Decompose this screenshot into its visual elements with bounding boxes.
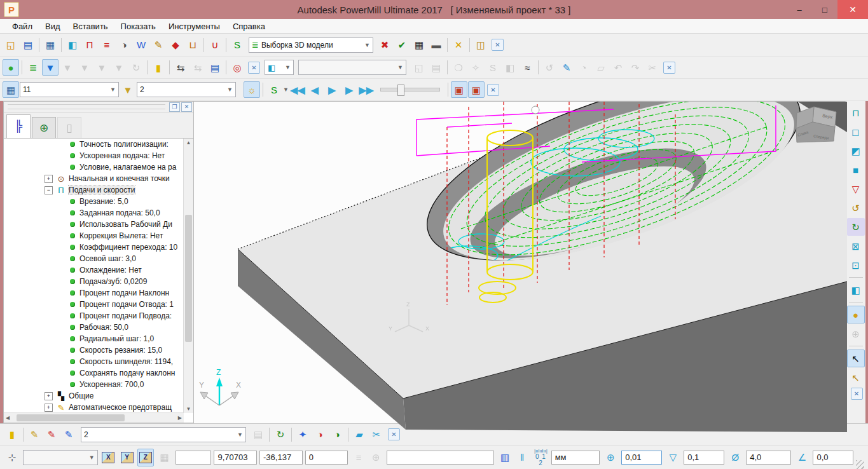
tree-item[interactable]: Ускоренная подача: Нет bbox=[4, 150, 184, 161]
scroll-down-arrow[interactable]: ▼ bbox=[184, 405, 193, 413]
curtain-button[interactable]: ▮ bbox=[150, 59, 167, 76]
fit-to-view-button[interactable]: ✕ bbox=[450, 37, 467, 53]
collision-check-button[interactable]: ∪ bbox=[207, 37, 223, 53]
zoom-window-button[interactable]: ⊡ bbox=[847, 256, 865, 274]
active-toolpath-button[interactable]: ▼ bbox=[42, 59, 59, 76]
sim-speed-slider[interactable] bbox=[380, 88, 440, 92]
measure-button[interactable]: ▬ bbox=[428, 37, 444, 53]
calculator-button[interactable]: ▦ bbox=[411, 37, 427, 53]
wireframe-view-button[interactable]: ◻ bbox=[847, 123, 865, 140]
lightbulb-button[interactable]: ☼ bbox=[244, 81, 260, 98]
model-selection-combo[interactable]: ≣ Выборка 3D модели ▼ bbox=[249, 37, 373, 53]
leads-and-links-button[interactable]: ✎ bbox=[26, 426, 43, 443]
save-view-button[interactable]: ▤ bbox=[207, 59, 223, 76]
tree-item[interactable]: Коэффициент перехода: 10 bbox=[4, 241, 184, 253]
scroll-right-arrow[interactable]: ▶ bbox=[176, 414, 184, 422]
expand-toggle[interactable]: − bbox=[45, 186, 53, 194]
tree-item[interactable]: Радиальный шаг: 1,0 bbox=[4, 333, 184, 344]
menu-файл[interactable]: Файл bbox=[6, 20, 38, 32]
tree-item[interactable]: Скорость шпинделя: 1194, bbox=[4, 356, 184, 367]
main-toolbar-close-button[interactable]: ✕ bbox=[492, 39, 504, 51]
tree-item[interactable]: Использовать Рабочий Ди bbox=[4, 219, 184, 230]
view-along-x-button[interactable]: X bbox=[100, 449, 116, 466]
nc-program-button[interactable]: S bbox=[229, 37, 245, 53]
shaded-ball-view-button[interactable]: ● bbox=[847, 306, 865, 323]
menu-вид[interactable]: Вид bbox=[39, 20, 66, 32]
toolpath-verify-button[interactable]: ✔ bbox=[394, 37, 410, 53]
toolpath-sim-button[interactable]: S bbox=[266, 81, 282, 98]
scroll-up-arrow[interactable]: ▲ bbox=[184, 139, 193, 147]
tree-item[interactable]: Осевой шаг: 3,0 bbox=[4, 253, 184, 264]
save-project-button[interactable]: ▤ bbox=[20, 37, 36, 53]
float-panel-button[interactable]: ❐ bbox=[169, 102, 180, 112]
sim-step-fwd-button[interactable]: ▶ bbox=[341, 81, 357, 98]
simulate-entity-button[interactable]: ▣ bbox=[451, 81, 467, 98]
draw-pen-button[interactable]: ✎ bbox=[558, 59, 575, 76]
tree-item[interactable]: Охлаждение: Нет bbox=[4, 264, 184, 276]
expand-toggle[interactable]: + bbox=[45, 175, 53, 183]
tree-item[interactable]: +▚Общие bbox=[4, 390, 184, 402]
workplane-combo[interactable]: ▼ bbox=[23, 450, 98, 465]
tree-item[interactable]: Процент подачи Отвода: 1 bbox=[4, 299, 184, 310]
thickness-field[interactable]: 0,1 bbox=[684, 451, 724, 465]
tree-vscroll-thumb[interactable] bbox=[185, 215, 192, 342]
zoom-previous-button[interactable]: ↺ bbox=[847, 199, 865, 217]
select-box-button[interactable]: ↖ bbox=[847, 350, 865, 367]
diameter-field[interactable]: 4,0 bbox=[746, 451, 791, 465]
scroll-left-arrow[interactable]: ◀ bbox=[4, 414, 11, 422]
tree-item[interactable]: Рабочая: 50,0 bbox=[4, 322, 184, 333]
chevron-down-icon[interactable]: ▼ bbox=[283, 86, 289, 93]
empty-combo[interactable]: ▼ bbox=[298, 60, 406, 75]
machine-tool-button[interactable]: ⊓ bbox=[847, 104, 865, 121]
curtain-dropdown-button[interactable]: ▮ bbox=[4, 426, 20, 443]
close-panel-button[interactable]: ✕ bbox=[181, 102, 192, 112]
sim-last-button[interactable]: ▶▶ bbox=[358, 81, 375, 98]
viewport-canvas[interactable]: Верх Слева Спереди Z Y X bbox=[194, 101, 845, 423]
tree-item[interactable]: Процент подачи Подвода: bbox=[4, 310, 184, 322]
swap-model-button[interactable]: ⇆ bbox=[172, 59, 189, 76]
links-edit-button[interactable]: ✎ bbox=[60, 426, 77, 443]
zoom-full-button[interactable]: ⊠ bbox=[847, 237, 865, 255]
tree-hscroll-thumb[interactable] bbox=[17, 414, 125, 421]
hidden-line-view-button[interactable]: ◩ bbox=[847, 142, 865, 160]
points-button[interactable]: ◆ bbox=[167, 37, 184, 53]
menu-инструменты[interactable]: Инструменты bbox=[163, 20, 226, 32]
refresh-button[interactable]: ↻ bbox=[847, 218, 865, 236]
tree-item[interactable]: Подача/зуб: 0,0209 bbox=[4, 276, 184, 287]
tab-explorer[interactable]: ╠ bbox=[6, 114, 31, 138]
open-project-button[interactable]: ◱ bbox=[3, 37, 19, 53]
machine-sim-button[interactable]: ▦ bbox=[3, 81, 19, 98]
simulate-block-button[interactable]: ▣ bbox=[468, 81, 485, 98]
tree-item[interactable]: Ускоренная: 700,0 bbox=[4, 379, 184, 390]
cursor-position-icon[interactable]: ⊹ bbox=[4, 449, 20, 466]
resize-grip[interactable] bbox=[856, 460, 864, 469]
levels-button[interactable]: ≣ bbox=[25, 59, 41, 76]
view-cube[interactable]: Верх Слева Спереди bbox=[796, 107, 836, 142]
units-field[interactable]: мм bbox=[551, 451, 600, 465]
tree-item[interactable]: Коррекция Вылета: Нет bbox=[4, 230, 184, 241]
sim-speed-thumb[interactable] bbox=[397, 85, 404, 96]
tree-vertical-scrollbar[interactable]: ▲ ▼ bbox=[183, 139, 193, 413]
tree-item[interactable]: Сохранять подачу наклонн bbox=[4, 367, 184, 379]
compare-block-button[interactable]: ◫ bbox=[472, 37, 489, 53]
tree-item[interactable]: −ППодачи и скорости bbox=[4, 184, 184, 196]
stop-button[interactable]: ◎ bbox=[229, 59, 245, 76]
tree-item[interactable]: +✎Автоматическое предотвращ bbox=[4, 402, 184, 413]
tree-item[interactable]: Условие, налагаемое на ра bbox=[4, 161, 184, 173]
tree-item[interactable]: Врезание: 5,0 bbox=[4, 196, 184, 207]
tool-button[interactable]: ≡ bbox=[99, 37, 115, 53]
feedrate-display-button[interactable]: ▥ bbox=[497, 449, 513, 466]
block-button[interactable]: ◧ bbox=[64, 37, 81, 53]
sim-play-button[interactable]: ▶ bbox=[324, 81, 340, 98]
tree-item[interactable]: +⊙Начальная и конечная точки bbox=[4, 173, 184, 184]
tree-item[interactable]: Процент подачи Наклонн bbox=[4, 287, 184, 299]
feature-set-button[interactable]: ⊔ bbox=[184, 37, 201, 53]
toolpath-button[interactable]: П bbox=[81, 37, 98, 53]
pause-display-button[interactable]: ‖ bbox=[514, 449, 530, 466]
tree-item[interactable]: Точность полигонизации: bbox=[4, 139, 184, 150]
angle-field[interactable]: 0,0 bbox=[813, 451, 853, 465]
secondary-toolbar-close-button[interactable]: ✕ bbox=[663, 62, 675, 74]
menu-показать[interactable]: Показать bbox=[115, 20, 162, 32]
coord-x-field[interactable]: 9,70703 bbox=[214, 451, 257, 465]
shaded-ball-button[interactable]: ● bbox=[3, 59, 19, 76]
